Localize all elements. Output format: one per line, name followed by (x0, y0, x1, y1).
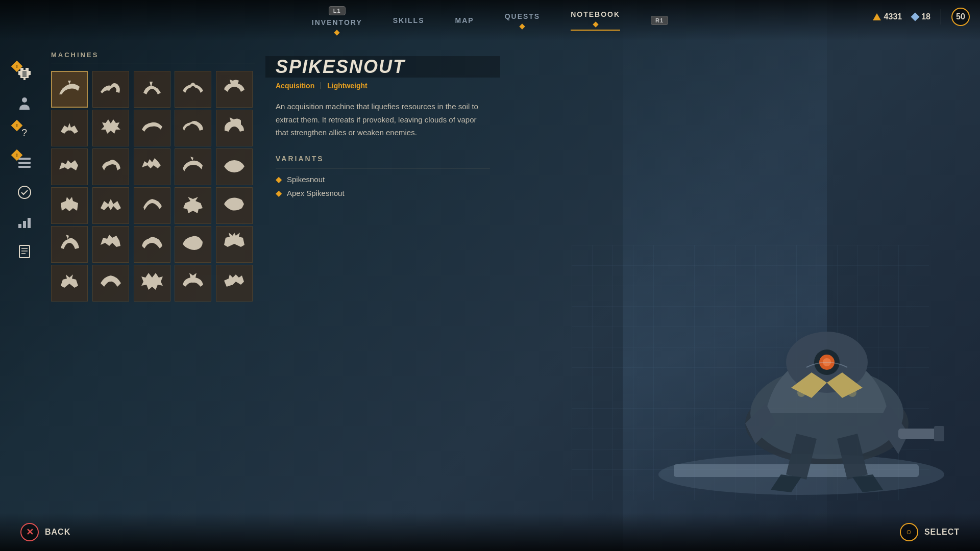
machine-cell-26[interactable] (51, 265, 88, 302)
nav-diamond-quests (520, 23, 525, 29)
nav-item-notebook[interactable]: NOTEBOOK (571, 10, 620, 31)
hud-resource2-value: 18 (921, 12, 930, 21)
x-button-icon: ✕ (20, 523, 39, 541)
hud-resource2: 18 (912, 12, 930, 21)
nav-diamond-notebook (593, 21, 598, 27)
machine-cell-14[interactable] (175, 148, 211, 185)
machine-cell-11[interactable] (51, 148, 88, 185)
machine-tags: Acquisition Lightweight (276, 82, 490, 90)
machines-panel-title: MACHINES (51, 51, 255, 63)
machine-description: An acquisition machine that liquefies re… (276, 100, 490, 139)
svg-rect-16 (18, 166, 31, 168)
svg-point-12 (22, 97, 27, 103)
machine-name: SPIKESNOUT (276, 56, 490, 78)
tag-separator (321, 82, 321, 89)
hud-level-value: 50 (956, 12, 965, 21)
machine-cell-3[interactable] (134, 71, 170, 108)
svg-rect-20 (28, 218, 31, 228)
back-button[interactable]: ✕ Back (20, 523, 70, 541)
machine-cell-20[interactable] (216, 187, 253, 224)
diamond-icon (911, 13, 920, 21)
nav-label-map: MAP (455, 16, 474, 24)
gear-icon[interactable]: 50 (951, 8, 970, 26)
machine-name-container: SPIKESNOUT (276, 56, 490, 78)
machine-grid (51, 71, 255, 302)
notebook-icon (16, 243, 33, 260)
sidebar-icon-chart[interactable] (12, 209, 37, 235)
machine-cell-10[interactable] (216, 110, 253, 146)
nav-label-inventory: INVENTORY (312, 18, 362, 27)
bottom-bar: ✕ Back ○ Select (0, 513, 980, 551)
svg-rect-21 (19, 245, 30, 258)
chart-icon (16, 214, 33, 230)
main-content: MACHINES (51, 51, 980, 510)
machine-cell-22[interactable] (92, 226, 129, 263)
machine-cell-18[interactable] (134, 187, 170, 224)
select-button[interactable]: ○ Select (900, 523, 960, 541)
machine-cell-9[interactable] (175, 110, 211, 146)
nav-item-map[interactable]: MAP (455, 16, 474, 24)
svg-rect-18 (18, 224, 21, 228)
machine-cell-29[interactable] (175, 265, 211, 302)
machine-cell-4[interactable] (175, 71, 211, 108)
svg-text:?: ? (21, 127, 27, 138)
svg-rect-15 (18, 162, 31, 164)
machine-cell-24[interactable] (175, 226, 211, 263)
machine-cell-12[interactable] (92, 148, 129, 185)
hud-resource1: 4331 (873, 12, 902, 21)
variant-bullet-0: ◆ (276, 174, 282, 184)
machine-cell-19[interactable] (175, 187, 211, 224)
machine-cell-6[interactable] (51, 110, 88, 146)
machine-cell-27[interactable] (92, 265, 129, 302)
nav-item-inventory[interactable]: L1 INVENTORY (312, 6, 362, 35)
machine-cell-28[interactable] (134, 265, 170, 302)
machine-cell-16[interactable] (51, 187, 88, 224)
nav-items-container: L1 INVENTORY SKILLS MAP QUESTS NOTEBOOK … (312, 6, 668, 35)
machine-cell-8[interactable] (134, 110, 170, 146)
machine-tag-2: Lightweight (327, 82, 368, 90)
nav-item-quests[interactable]: QUESTS (505, 12, 541, 29)
machine-cell-15[interactable] (216, 148, 253, 185)
machine-panel: MACHINES (51, 51, 255, 510)
mountain-icon (873, 13, 881, 20)
hud-resource1-value: 4331 (884, 12, 902, 21)
top-right-hud: 4331 18 50 (873, 8, 970, 26)
sidebar-icon-machines[interactable]: ! (12, 61, 37, 87)
variant-name-1: Apex Spikesnout (287, 189, 345, 197)
nav-badge-l1: L1 (329, 6, 346, 15)
top-navigation: L1 INVENTORY SKILLS MAP QUESTS NOTEBOOK … (0, 0, 980, 41)
left-sidebar: ! ! ? ! (0, 51, 48, 264)
machine-cell-13[interactable] (134, 148, 170, 185)
machine-cell-1[interactable] (51, 71, 88, 108)
sidebar-icon-character[interactable] (12, 91, 37, 116)
machine-cell-2[interactable] (92, 71, 129, 108)
variant-name-0: Spikesnout (287, 175, 325, 184)
machine-cell-7[interactable] (92, 110, 129, 146)
hud-divider (941, 9, 941, 24)
machine-cell-25[interactable] (216, 226, 253, 263)
machine-cell-17[interactable] (92, 187, 129, 224)
nav-label-skills: SKILLS (393, 16, 425, 24)
svg-rect-19 (23, 221, 26, 228)
variant-bullet-1: ◆ (276, 188, 282, 198)
select-label: Select (924, 528, 960, 537)
machine-tag-1: Acquisition (276, 82, 314, 90)
nav-label-quests: QUESTS (505, 12, 541, 20)
machine-cell-21[interactable] (51, 226, 88, 263)
machine-cell-5[interactable] (216, 71, 253, 108)
svg-rect-14 (18, 158, 31, 160)
sidebar-icon-unknown[interactable]: ! ? (12, 120, 37, 146)
character-icon (16, 95, 33, 112)
nav-active-underline (571, 30, 620, 31)
sidebar-icon-notebook[interactable] (12, 239, 37, 264)
detail-panel: SPIKESNOUT Acquisition Lightweight An ac… (276, 51, 490, 510)
variant-item-1[interactable]: ◆ Apex Spikesnout (276, 188, 490, 198)
machine-cell-30[interactable] (216, 265, 253, 302)
nav-item-skills[interactable]: SKILLS (393, 16, 425, 24)
nav-diamond-inventory (334, 30, 340, 35)
sidebar-icon-check[interactable] (12, 180, 37, 205)
o-button-icon: ○ (900, 523, 918, 541)
machine-cell-23[interactable] (134, 226, 170, 263)
variant-item-0[interactable]: ◆ Spikesnout (276, 174, 490, 184)
sidebar-icon-items[interactable]: ! (12, 150, 37, 176)
